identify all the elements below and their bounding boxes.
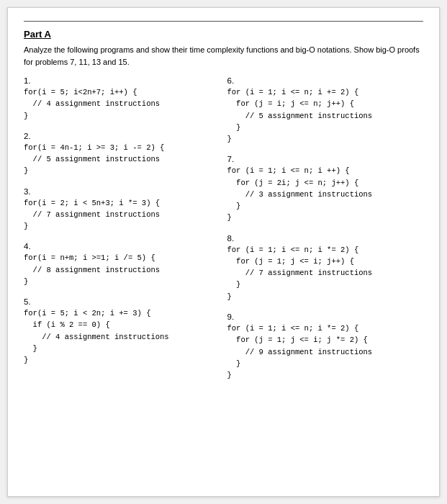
problem-2-code: for(i = 4n-1; i >= 3; i -= 2) { // 5 ass…	[24, 142, 220, 177]
problem-9-code: for (i = 1; i <= n; i *= 2) { for (j = 1…	[227, 323, 424, 381]
problem-9-num: 9.	[227, 312, 424, 321]
problem-4-code: for(i = n+m; i >=1; i /= 5) { // 8 assig…	[24, 252, 220, 287]
right-column: 6. for (i = 1; i <= n; i += 2) { for (j …	[227, 76, 424, 391]
problem-7-num: 7.	[227, 155, 424, 163]
problem-3: 3. for(i = 2; i < 5n+3; i *= 3) { // 7 a…	[24, 187, 220, 233]
problem-3-num: 3.	[24, 187, 220, 196]
problem-7-code: for (i = 1; i <= n; i ++) { for (j = 2i;…	[227, 165, 424, 223]
instructions-text: Analyze the following programs and show …	[24, 44, 423, 68]
problem-6: 6. for (i = 1; i <= n; i += 2) { for (j …	[227, 76, 424, 145]
problem-5-code: for(i = 5; i < 2n; i += 3) { if (i % 2 =…	[24, 307, 220, 366]
problem-6-num: 6.	[227, 76, 424, 85]
problem-4-num: 4.	[24, 242, 220, 251]
problem-1: 1. for(i = 5; i<2n+7; i++) { // 4 assign…	[24, 76, 220, 122]
part-title: Part A	[24, 29, 423, 40]
problem-2: 2. for(i = 4n-1; i >= 3; i -= 2) { // 5 …	[24, 132, 220, 177]
problem-8: 8. for (i = 1; i <= n; i *= 2) { for (j …	[227, 234, 424, 302]
instructions-content: Analyze the following programs and show …	[24, 45, 420, 66]
problem-8-num: 8.	[227, 234, 424, 243]
problem-1-num: 1.	[24, 76, 220, 85]
problem-9: 9. for (i = 1; i <= n; i *= 2) { for (j …	[227, 312, 424, 381]
problem-8-code: for (i = 1; i <= n; i *= 2) { for (j = 1…	[227, 244, 424, 302]
problem-4: 4. for(i = n+m; i >=1; i /= 5) { // 8 as…	[24, 242, 220, 287]
problems-grid: 1. for(i = 5; i<2n+7; i++) { // 4 assign…	[24, 76, 423, 391]
top-divider	[24, 21, 423, 22]
problem-1-code: for(i = 5; i<2n+7; i++) { // 4 assignmen…	[24, 86, 220, 122]
problem-3-code: for(i = 2; i < 5n+3; i *= 3) { // 7 assi…	[24, 197, 220, 233]
problem-5: 5. for(i = 5; i < 2n; i += 3) { if (i % …	[24, 297, 220, 366]
left-column: 1. for(i = 5; i<2n+7; i++) { // 4 assign…	[24, 76, 220, 391]
problem-5-num: 5.	[24, 297, 220, 306]
problem-6-code: for (i = 1; i <= n; i += 2) { for (j = i…	[227, 86, 424, 145]
page: Part A Analyze the following programs an…	[7, 7, 440, 497]
problem-2-num: 2.	[24, 132, 220, 140]
problem-7: 7. for (i = 1; i <= n; i ++) { for (j = …	[227, 155, 424, 223]
